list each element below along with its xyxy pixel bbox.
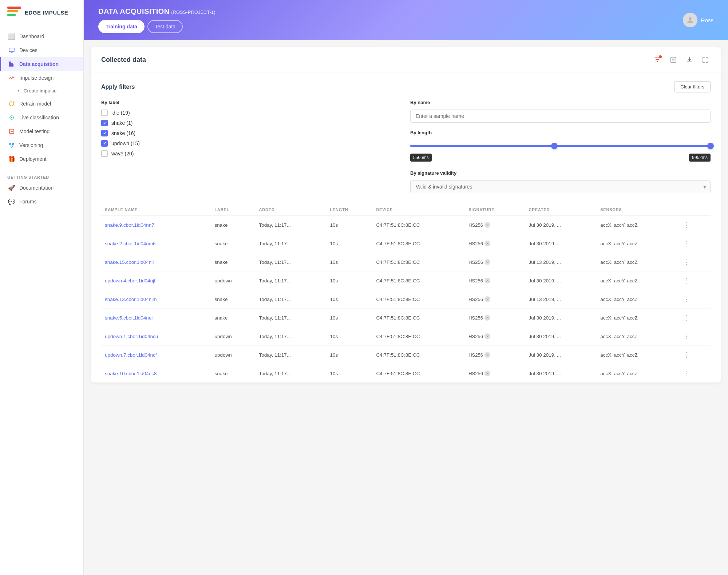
sig-text: HS256 [468, 222, 483, 228]
sidebar-item-create-impulse[interactable]: ● Create impulse [0, 85, 83, 97]
retrain-icon [8, 100, 15, 107]
row-more-button[interactable]: ⋮ [681, 369, 692, 378]
checkbox-updown[interactable]: updown (15) [101, 140, 401, 147]
checkbox-shake-label: shake (1) [111, 120, 132, 126]
row-added: Today, 11:17... [256, 271, 327, 290]
row-created: Jul 30 2019, ... [525, 364, 597, 383]
row-length: 10s [326, 346, 372, 364]
sidebar: EDGE IMPULSE ⬜ Dashboard Devices Data ac… [0, 0, 84, 575]
filter-icon-button[interactable] [652, 55, 662, 65]
sidebar-item-live-classification[interactable]: Live classification [0, 111, 83, 124]
row-more-button[interactable]: ⋮ [681, 276, 692, 285]
user-menu[interactable]: Ross [683, 13, 713, 27]
svg-line-14 [12, 145, 13, 146]
checkbox-wave-label: wave (20) [111, 151, 134, 156]
length-slider[interactable]: 5566ms 9952ms [410, 140, 711, 163]
sig-text: HS256 [468, 371, 483, 376]
sidebar-item-model-testing[interactable]: Model testing [0, 124, 83, 138]
sig-text: HS256 [468, 352, 483, 358]
checkbox-icon-button[interactable] [668, 55, 678, 65]
slider-thumb-max[interactable] [707, 143, 714, 149]
by-label-title: By label [101, 100, 401, 105]
checkbox-shake[interactable]: shake (1) [101, 120, 401, 126]
sidebar-item-versioning[interactable]: Versioning [0, 138, 83, 152]
row-sensors: accX, accY, accZ [597, 327, 677, 346]
page-content: Collected data [84, 40, 728, 575]
checkbox-snake-label: snake (16) [111, 130, 135, 136]
row-more-button[interactable]: ⋮ [681, 332, 692, 341]
row-sensors: accX, accY, accZ [597, 346, 677, 364]
sidebar-item-documentation[interactable]: 🚀 Documentation [0, 181, 83, 195]
row-more-button[interactable]: ⋮ [681, 258, 692, 266]
name-filter-input[interactable] [410, 110, 711, 123]
row-added: Today, 11:17... [256, 364, 327, 383]
sidebar-item-label: Model testing [19, 128, 50, 134]
checkbox-snake-box[interactable] [101, 130, 108, 136]
sig-text: HS256 [468, 315, 483, 321]
row-label: updown [211, 271, 256, 290]
tab-training-data[interactable]: Training data [98, 20, 145, 33]
checkbox-shake-box[interactable] [101, 120, 108, 126]
expand-icon-button[interactable] [700, 55, 711, 65]
sidebar-item-impulse-design[interactable]: Impulse design [0, 71, 83, 85]
row-device: C4:7F:51:8C:8E:CC [372, 253, 465, 271]
checkbox-updown-box[interactable] [101, 140, 108, 147]
forums-icon: 💬 [8, 198, 15, 205]
row-device: C4:7F:51:8C:8E:CC [372, 327, 465, 346]
row-more-button[interactable]: ⋮ [681, 313, 692, 322]
sample-name-link[interactable]: snake.5.cbor.1id04nel [105, 315, 153, 321]
sample-name-link[interactable]: updown.4.cbor.1id04njf [105, 278, 155, 283]
row-more-button[interactable]: ⋮ [681, 295, 692, 304]
sidebar-item-deployment[interactable]: 🎁 Deployment [0, 152, 83, 166]
checkbox-wave-box[interactable] [101, 150, 108, 157]
checkbox-idle[interactable]: idle (19) [101, 110, 401, 116]
sidebar-item-forums[interactable]: 💬 Forums [0, 195, 83, 209]
sig-status-icon: ✕ [484, 352, 490, 358]
sig-status-icon: ✕ [484, 333, 490, 339]
sidebar-item-devices[interactable]: Devices [0, 43, 83, 57]
sidebar-item-retrain-model[interactable]: Retrain model [0, 97, 83, 111]
header-tabs: Training data Test data [98, 20, 215, 33]
sidebar-item-label: Versioning [19, 142, 43, 148]
sig-text: HS256 [468, 334, 483, 339]
tab-test-data[interactable]: Test data [147, 20, 183, 33]
sidebar-item-label: Forums [19, 199, 36, 205]
row-sensors: accX, accY, accZ [597, 290, 677, 309]
sidebar-item-label: Impulse design [19, 75, 54, 81]
sig-text: HS256 [468, 278, 483, 283]
row-more-button[interactable]: ⋮ [681, 350, 692, 359]
checkbox-snake[interactable]: snake (16) [101, 130, 401, 136]
create-impulse-icon: ● [17, 89, 19, 92]
row-length: 10s [326, 253, 372, 271]
slider-thumb-min[interactable] [551, 143, 558, 149]
download-icon-button[interactable] [684, 55, 695, 65]
devices-icon [8, 47, 15, 53]
sample-name-link[interactable]: snake.2.cbor.1id04nm6 [105, 241, 156, 246]
logo-area[interactable]: EDGE IMPULSE [0, 0, 83, 25]
sig-status-icon: ✕ [484, 222, 490, 228]
table-section: SAMPLE NAME LABEL ADDED LENGTH DEVICE SI… [91, 202, 721, 382]
sidebar-item-label: Retrain model [19, 101, 51, 107]
sample-name-link[interactable]: snake.10.cbor.1id04nc8 [105, 371, 157, 376]
checkbox-wave[interactable]: wave (20) [101, 150, 401, 157]
clear-filters-button[interactable]: Clear filters [674, 81, 711, 92]
sig-status-icon: ✕ [484, 241, 490, 246]
row-signature: HS256 ✕ [465, 271, 525, 290]
svg-point-7 [11, 117, 12, 118]
sidebar-item-dashboard[interactable]: ⬜ Dashboard [0, 29, 83, 43]
sample-name-link[interactable]: updown.7.cbor.1id04ncf [105, 352, 157, 358]
sidebar-item-data-acquisition[interactable]: Data acquisition [0, 57, 83, 71]
row-more-button[interactable]: ⋮ [681, 239, 692, 248]
row-created: Jul 30 2019, ... [525, 309, 597, 327]
sample-name-link[interactable]: snake.9.cbor.1id04nn7 [105, 222, 154, 228]
filters-header: Apply filters Clear filters [101, 81, 711, 92]
sample-name-link[interactable]: updown.1.cbor.1id04ncu [105, 334, 158, 339]
row-more-button[interactable]: ⋮ [681, 221, 692, 229]
checkbox-idle-box[interactable] [101, 110, 108, 116]
sample-name-link[interactable]: snake.15.cbor.1id04nll [105, 259, 154, 265]
sample-name-link[interactable]: snake.13.cbor.1id04njm [105, 297, 157, 302]
live-classification-icon [8, 114, 15, 121]
sig-status-icon: ✕ [484, 315, 490, 321]
row-signature: HS256 ✕ [465, 364, 525, 383]
signature-select[interactable]: Valid & invalid signatures Valid signatu… [410, 180, 711, 193]
